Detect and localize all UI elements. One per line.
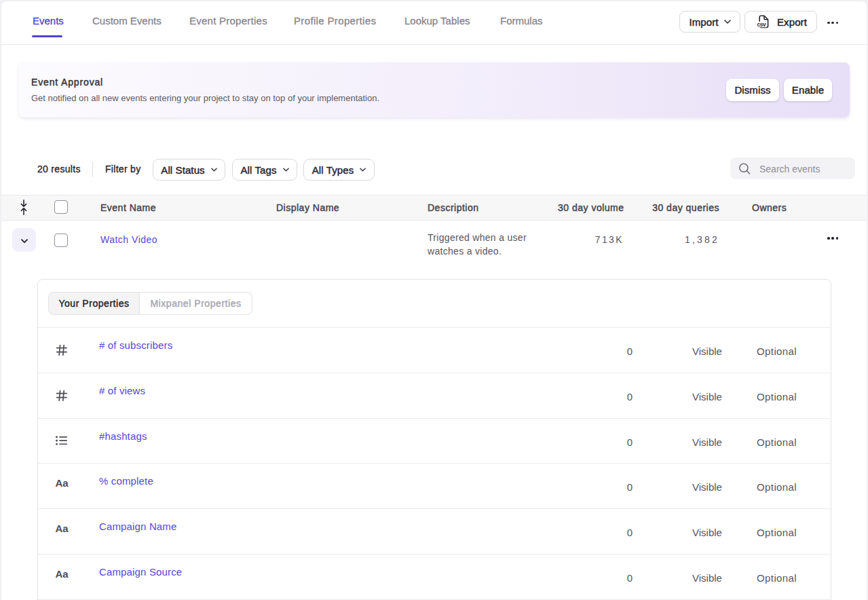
svg-text:csv: csv — [757, 22, 766, 28]
